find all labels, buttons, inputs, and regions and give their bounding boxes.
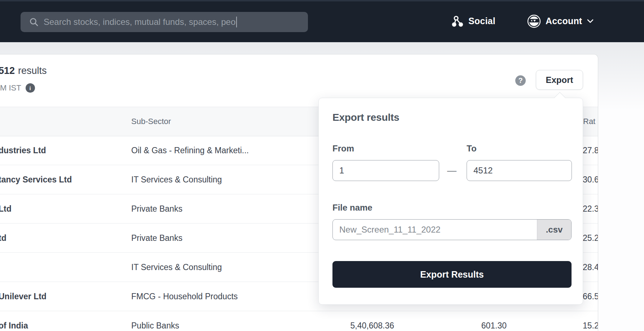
search-input[interactable]: Search stocks, indices, mutual funds, sp… (21, 12, 308, 32)
search-icon (29, 17, 39, 27)
file-name-field: .csv (332, 219, 572, 240)
results-count-line: 512results (0, 65, 47, 76)
text-caret (236, 17, 237, 27)
social-icon (452, 15, 464, 27)
file-name-label: File name (332, 203, 372, 213)
export-results-button[interactable]: Export Results (332, 261, 572, 288)
from-label: From (332, 144, 354, 154)
popover-title: Export results (332, 112, 399, 123)
pe-ratio: 30.6 (583, 165, 598, 194)
stock-name: of India (0, 311, 28, 331)
pe-ratio: 25.2 (583, 224, 598, 252)
column-header-pe-ratio[interactable]: Rat (583, 107, 595, 136)
chevron-down-icon (587, 19, 594, 23)
nav-account-label: Account (546, 16, 582, 26)
pe-ratio: 27.8 (583, 136, 598, 165)
sub-sector: IT Services & Consulting (131, 165, 222, 194)
table-row[interactable]: of India Public Banks 5,40,608.36 601.30… (0, 311, 598, 331)
pe-ratio: 66.5 (583, 282, 598, 311)
close-price: 601.30 (453, 311, 507, 331)
search-placeholder: Search stocks, indices, mutual funds, sp… (44, 17, 235, 27)
market-cap: 5,40,608.36 (306, 311, 394, 331)
results-word: results (18, 65, 47, 76)
stock-name: Unilever Ltd (0, 282, 47, 311)
pe-ratio: 22.3 (583, 194, 598, 223)
help-icon[interactable]: ? (515, 75, 526, 86)
nav-social-label: Social (468, 16, 495, 26)
top-navbar: Search stocks, indices, mutual funds, sp… (0, 0, 644, 42)
stock-name: Ltd (0, 194, 12, 223)
sub-sector: Private Banks (131, 224, 182, 252)
info-icon[interactable]: i (26, 83, 35, 93)
nav-account[interactable]: Account (527, 0, 594, 42)
stock-name: td (0, 224, 6, 252)
to-label: To (467, 144, 477, 154)
sub-sector: IT Services & Consulting (131, 253, 222, 282)
nav-social[interactable]: Social (452, 0, 495, 42)
file-name-input[interactable] (333, 220, 537, 240)
pe-ratio: 28.4 (583, 253, 598, 282)
export-popover: Export results From To — File name .csv … (318, 98, 583, 305)
column-header-sub-sector[interactable]: Sub-Sector (131, 107, 171, 136)
sub-sector: Oil & Gas - Refining & Marketi... (131, 136, 249, 165)
file-extension-suffix: .csv (537, 220, 571, 240)
last-updated-line: M IST i (0, 83, 35, 93)
pe-ratio: 15.2 (583, 311, 598, 331)
stock-name: tancy Services Ltd (0, 165, 72, 194)
sub-sector: FMCG - Household Products (131, 282, 238, 311)
sub-sector: Private Banks (131, 194, 182, 223)
stock-name: dustries Ltd (0, 136, 46, 165)
export-button[interactable]: Export (536, 70, 583, 90)
screener-page: Search stocks, indices, mutual funds, sp… (0, 0, 644, 331)
avatar-icon (527, 14, 541, 28)
last-updated-fragment: M IST (0, 83, 21, 93)
to-input[interactable] (467, 160, 572, 181)
from-input[interactable] (332, 160, 439, 181)
range-separator: — (447, 160, 462, 181)
sub-sector: Public Banks (131, 311, 179, 331)
results-count: 512 (0, 65, 15, 76)
